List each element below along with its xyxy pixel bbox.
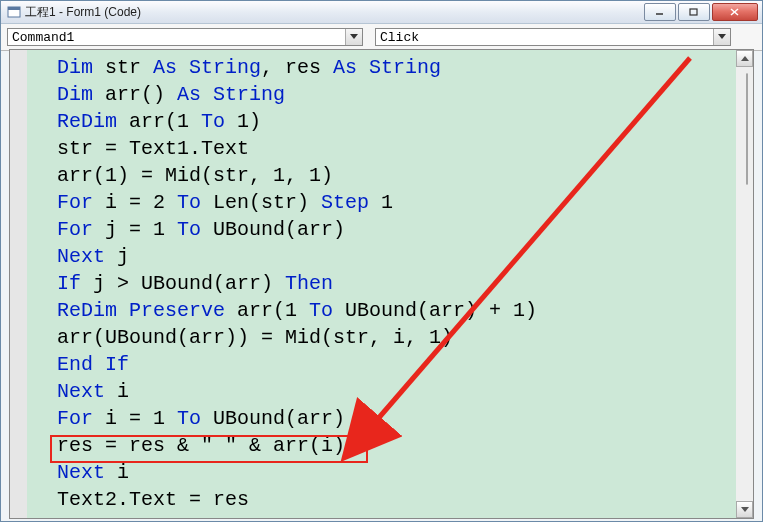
code-text: res = res & " " & arr(i) bbox=[57, 434, 345, 457]
code-keyword: Then bbox=[285, 272, 333, 295]
svg-rect-3 bbox=[690, 9, 697, 15]
code-keyword: As String bbox=[153, 56, 261, 79]
code-text: i = 1 bbox=[93, 407, 177, 430]
code-text: arr(1 bbox=[117, 110, 201, 133]
code-text: , res bbox=[261, 56, 333, 79]
procedure-combo[interactable]: Click bbox=[375, 28, 731, 46]
object-combo-value: Command1 bbox=[12, 30, 74, 45]
code-text: UBound(arr) bbox=[201, 407, 345, 430]
code-text: arr(1) = Mid(str, 1, 1) bbox=[57, 164, 333, 187]
code-keyword: Dim bbox=[57, 83, 93, 106]
minimize-button[interactable] bbox=[644, 3, 676, 21]
title-bar[interactable]: 工程1 - Form1 (Code) bbox=[1, 1, 762, 24]
code-keyword: Dim bbox=[57, 56, 93, 79]
code-keyword: To bbox=[201, 110, 225, 133]
code-text: 1) bbox=[225, 110, 261, 133]
svg-rect-1 bbox=[8, 7, 20, 10]
svg-marker-9 bbox=[741, 507, 749, 512]
code-window: 工程1 - Form1 (Code) Command1 Click bbox=[0, 0, 763, 522]
code-text: arr(1 bbox=[225, 299, 309, 322]
code-keyword: Next bbox=[57, 461, 105, 484]
code-keyword: As String bbox=[333, 56, 441, 79]
svg-marker-8 bbox=[741, 56, 749, 61]
procedure-combo-value: Click bbox=[380, 30, 419, 45]
code-text: UBound(arr) + 1) bbox=[333, 299, 537, 322]
code-text: i bbox=[105, 461, 129, 484]
code-text: j > UBound(arr) bbox=[81, 272, 285, 295]
dropdown-bar: Command1 Click bbox=[1, 24, 762, 51]
code-keyword: To bbox=[309, 299, 333, 322]
code-keyword: For bbox=[57, 407, 93, 430]
code-text: UBound(arr) bbox=[201, 218, 345, 241]
code-text: i = 2 bbox=[93, 191, 177, 214]
code-keyword: ReDim Preserve bbox=[57, 299, 225, 322]
svg-marker-7 bbox=[718, 34, 726, 39]
code-container: Dim str As String, res As String Dim arr… bbox=[9, 49, 754, 519]
code-keyword: For bbox=[57, 191, 93, 214]
code-keyword: ReDim bbox=[57, 110, 117, 133]
code-keyword: To bbox=[177, 407, 201, 430]
code-text: Len(str) bbox=[201, 191, 321, 214]
chevron-down-icon bbox=[345, 29, 362, 45]
code-text: j bbox=[105, 245, 129, 268]
code-editor[interactable]: Dim str As String, res As String Dim arr… bbox=[27, 50, 736, 518]
vertical-scrollbar[interactable] bbox=[736, 50, 753, 518]
code-text: Text2.Text = res bbox=[57, 488, 249, 511]
code-keyword: To bbox=[177, 191, 201, 214]
code-keyword: To bbox=[177, 218, 201, 241]
chevron-down-icon bbox=[713, 29, 730, 45]
code-keyword: Next bbox=[57, 245, 105, 268]
code-keyword: If bbox=[57, 272, 81, 295]
code-text: i bbox=[105, 380, 129, 403]
code-keyword: Next bbox=[57, 380, 105, 403]
window-controls-group bbox=[644, 3, 758, 21]
code-text: arr(UBound(arr)) = Mid(str, i, 1) bbox=[57, 326, 453, 349]
code-keyword: As String bbox=[177, 83, 285, 106]
code-text: str = Text1.Text bbox=[57, 137, 249, 160]
code-keyword: End If bbox=[57, 353, 129, 376]
scroll-down-button[interactable] bbox=[736, 501, 753, 518]
object-combo[interactable]: Command1 bbox=[7, 28, 363, 46]
scroll-up-button[interactable] bbox=[736, 50, 753, 67]
code-text: arr() bbox=[93, 83, 177, 106]
code-keyword: For bbox=[57, 218, 93, 241]
svg-marker-6 bbox=[350, 34, 358, 39]
maximize-button[interactable] bbox=[678, 3, 710, 21]
code-gutter bbox=[10, 50, 28, 518]
code-keyword: Step bbox=[321, 191, 369, 214]
window-title: 工程1 - Form1 (Code) bbox=[25, 4, 644, 21]
close-button[interactable] bbox=[712, 3, 758, 21]
scroll-thumb[interactable] bbox=[746, 73, 748, 185]
code-text: j = 1 bbox=[93, 218, 177, 241]
code-text: str bbox=[93, 56, 153, 79]
form-icon bbox=[7, 5, 21, 19]
code-text: 1 bbox=[369, 191, 393, 214]
